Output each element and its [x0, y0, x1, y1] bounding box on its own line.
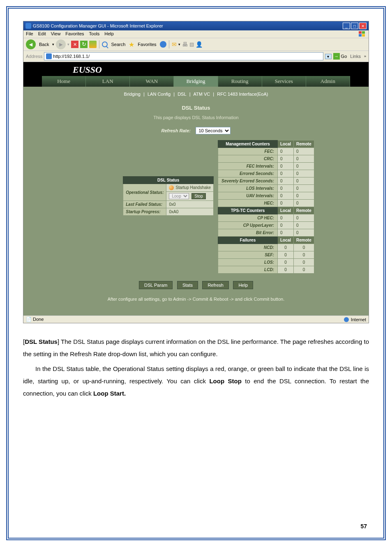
print-icon[interactable]: 🖶 — [182, 41, 188, 48]
body-text: [DSL Status] The DSL Status page display… — [23, 336, 369, 400]
address-bar: Address http://192.168.1.1/ ▾ →Go Links … — [23, 51, 369, 62]
menu-file[interactable]: File — [26, 31, 33, 37]
maximize-button[interactable]: □ — [351, 23, 358, 29]
stop-icon[interactable]: ✕ — [71, 41, 78, 48]
menu-favorites[interactable]: Favorites — [65, 31, 84, 37]
page-number: 57 — [360, 523, 367, 530]
internet-zone-icon — [344, 317, 349, 322]
forward-button[interactable]: ► — [56, 39, 66, 49]
page-content: EUSSO Home LAN WAN Bridging Routing Serv… — [23, 62, 369, 315]
links-label[interactable]: Links — [348, 54, 362, 59]
back-button[interactable]: ◄ — [26, 39, 36, 49]
nav-lan[interactable]: LAN — [86, 76, 130, 87]
loop-select[interactable]: Loop — [169, 193, 189, 199]
menu-edit[interactable]: Edit — [38, 31, 46, 37]
nav-services[interactable]: Services — [262, 76, 306, 87]
refresh-button[interactable]: Refresh — [202, 281, 229, 289]
subnav-atmvc[interactable]: ATM VC — [192, 92, 212, 97]
counter-label: FEC: — [218, 148, 278, 155]
eusso-logo: EUSSO — [23, 62, 369, 76]
menu-help[interactable]: Help — [104, 31, 114, 37]
mail-icon[interactable]: ✉ — [172, 41, 177, 48]
url-text: http://192.168.1.1/ — [53, 54, 90, 59]
status-bar: 📄 Done Internet — [23, 315, 369, 323]
subnav-dsl[interactable]: DSL — [176, 92, 188, 97]
status-done: 📄 Done — [26, 317, 44, 322]
remote-header-1: Remote — [294, 140, 314, 148]
dsl-param-button[interactable]: DSL Param — [139, 281, 173, 289]
title-bar: GS8100 Configuration Manager GUI - Micro… — [23, 21, 369, 30]
local-header-2: Local — [277, 207, 293, 214]
browser-window: GS8100 Configuration Manager GUI - Micro… — [23, 21, 369, 323]
counter-label: SEF: — [218, 251, 278, 259]
counters-table: Management Counters Local Remote FEC:00 … — [218, 140, 314, 274]
address-input[interactable]: http://192.168.1.1/ — [44, 52, 323, 60]
close-button[interactable]: ✕ — [359, 23, 367, 29]
counter-label: Errored Seconds: — [218, 170, 278, 177]
op-status-value: Startup Handshake — [166, 184, 214, 192]
address-label: Address — [26, 54, 42, 59]
counter-label: CRC: — [218, 155, 278, 163]
back-label[interactable]: Back — [37, 41, 51, 48]
status-ball-icon — [169, 185, 174, 190]
dsl-status-header: DSL Status — [123, 177, 214, 184]
subnav-bridging[interactable]: Bridging — [122, 92, 142, 97]
loop-stop-button[interactable]: Stop — [191, 193, 206, 199]
menu-view[interactable]: View — [51, 31, 61, 37]
counter-label: LOS: — [218, 259, 278, 266]
remote-header-3: Remote — [294, 237, 314, 244]
address-dropdown[interactable]: ▾ — [325, 54, 332, 59]
counter-label: Severely Errored Seconds: — [218, 177, 278, 185]
nav-bridging[interactable]: Bridging — [174, 76, 218, 87]
startup-progress-value: 0xA0 — [166, 208, 214, 216]
counter-label: LCD: — [218, 266, 278, 274]
edit-icon[interactable]: ▤ — [189, 41, 194, 47]
remote-header-2: Remote — [294, 207, 314, 214]
op-status-label: Operational Status: — [123, 184, 166, 201]
search-label[interactable]: Search — [109, 41, 127, 48]
nav-wan[interactable]: WAN — [130, 76, 174, 87]
counter-label: CP UpperLayer: — [218, 222, 278, 229]
sub-nav: Bridging | LAN Config | DSL | ATM VC | R… — [42, 87, 350, 100]
refresh-rate-select[interactable]: 10 Seconds — [196, 127, 231, 134]
counter-label: NCD: — [218, 244, 278, 251]
status-zone: Internet — [351, 317, 366, 322]
button-row: DSL Param Stats Refresh Help — [42, 274, 350, 293]
stats-button[interactable]: Stats — [177, 281, 198, 289]
section-title: DSL Status — [42, 100, 350, 113]
counter-label: UAV Intervals: — [218, 192, 278, 200]
refresh-rate-label: Refresh Rate: — [161, 128, 191, 133]
minimize-button[interactable]: _ — [343, 23, 350, 29]
subnav-rfc1483[interactable]: RFC 1483 Interface(EoA) — [215, 92, 270, 97]
last-failed-value: 0x0 — [166, 201, 214, 208]
subnav-lanconfig[interactable]: LAN Config — [146, 92, 172, 97]
counter-label: Bit Error: — [218, 229, 278, 237]
last-failed-label: Last Failed Status: — [123, 201, 166, 208]
failures-header: Failures — [218, 237, 278, 244]
menu-bar: File Edit View Favorites Tools Help — [23, 30, 369, 38]
windows-flag-icon — [359, 31, 366, 37]
favorites-icon[interactable]: ★ — [129, 41, 134, 48]
search-icon[interactable] — [102, 41, 108, 47]
home-icon[interactable] — [89, 41, 97, 48]
discuss-icon[interactable]: 👤 — [196, 41, 203, 48]
tps-tc-header: TPS-TC Counters — [218, 207, 278, 214]
page-icon — [46, 53, 52, 59]
top-nav: Home LAN WAN Bridging Routing Services A… — [42, 76, 350, 87]
commit-note: After configure all settings, go to Admi… — [42, 293, 350, 307]
local-header-3: Local — [277, 237, 293, 244]
mgmt-counters-header: Management Counters — [218, 140, 278, 148]
startup-progress-label: Startup Progress: — [123, 208, 166, 216]
help-button[interactable]: Help — [233, 281, 253, 289]
counter-label: CP HEC: — [218, 214, 278, 222]
counter-label: HEC: — [218, 200, 278, 207]
favorites-label[interactable]: Favorites — [136, 41, 158, 48]
menu-tools[interactable]: Tools — [89, 31, 100, 37]
go-button[interactable]: →Go — [333, 53, 347, 60]
nav-routing[interactable]: Routing — [218, 76, 262, 87]
refresh-icon[interactable]: ↻ — [80, 41, 88, 48]
local-header-1: Local — [277, 140, 293, 148]
media-icon[interactable] — [160, 41, 166, 48]
nav-home[interactable]: Home — [42, 76, 86, 87]
nav-admin[interactable]: Admin — [306, 76, 350, 87]
